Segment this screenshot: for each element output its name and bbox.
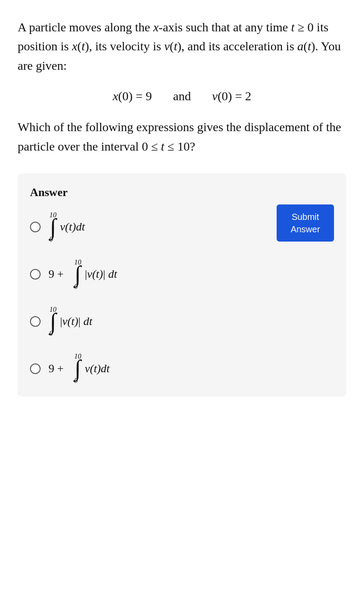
given-x: x(0) = 9 bbox=[113, 89, 152, 103]
option-2-expr: 10 ∫ 0 |v(t)| dt bbox=[73, 259, 117, 290]
list-item: 9 + 10 ∫ 0 |v(t)| dt bbox=[30, 259, 334, 290]
given-conditions: x(0) = 9 and v(0) = 2 bbox=[18, 89, 346, 103]
given-v: v(0) = 2 bbox=[212, 89, 251, 103]
radio-option-2[interactable] bbox=[30, 269, 41, 280]
list-item: 10 ∫ 0 |v(t)| dt bbox=[30, 306, 334, 337]
answer-section: Answer Submit Answer 10 ∫ 0 v(t)dt 9 + bbox=[18, 174, 346, 397]
option-2-prefix: 9 + bbox=[49, 268, 64, 281]
option-4-prefix: 9 + bbox=[49, 362, 64, 375]
answer-label: Answer bbox=[30, 186, 334, 199]
radio-option-4[interactable] bbox=[30, 363, 41, 374]
option-4-expr: 10 ∫ 0 v(t)dt bbox=[73, 353, 109, 384]
question-text: Which of the following expressions gives… bbox=[18, 117, 346, 156]
option-1-expr: 10 ∫ 0 v(t)dt bbox=[49, 212, 85, 243]
main-card: A particle moves along the x-axis such t… bbox=[0, 0, 364, 605]
problem-paragraph: A particle moves along the x-axis such t… bbox=[18, 18, 346, 75]
given-and: and bbox=[173, 89, 191, 103]
list-item: 9 + 10 ∫ 0 v(t)dt bbox=[30, 353, 334, 384]
radio-option-1[interactable] bbox=[30, 222, 41, 232]
submit-button[interactable]: Submit Answer bbox=[277, 204, 334, 242]
option-3-expr: 10 ∫ 0 |v(t)| dt bbox=[49, 306, 92, 337]
radio-option-3[interactable] bbox=[30, 316, 41, 327]
